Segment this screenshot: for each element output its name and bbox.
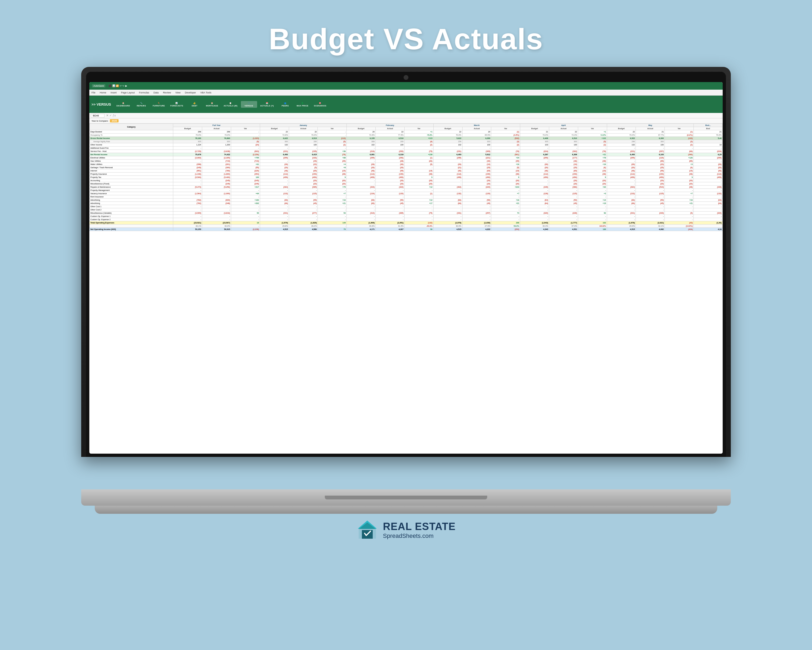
ribbon-maxprice[interactable]: 💲MAX PRICE [295,101,311,108]
label-repairs: Repairs & Maintenance [90,185,173,189]
row-accounting: Accounting -(245)(245) -(20)(20) -(20)(2… [90,179,723,182]
val: 21 [636,130,665,133]
val: 20 [347,130,376,133]
val: 6,408 [520,137,549,140]
label-property-tax: Property Tax [90,176,173,179]
val: 300 [636,140,665,143]
ribbon-scenarios[interactable]: 🎯SCENARIOS [312,101,328,108]
menu-insert[interactable]: Insert [111,91,117,94]
val: 22 [549,130,578,133]
val: 305 [173,140,202,143]
val: 6,510 [549,137,578,140]
budget-actuals-table: Category Full Year January February Marc… [89,124,723,231]
row-misc-variable: Miscellaneous (Variable) (3,909)(3,816)9… [90,211,723,215]
row-avg-nightly: Average Nightly Rate 305 300 (5) 300 295… [90,140,723,143]
label-vacancy: Vacancy Insurance [90,192,173,195]
laptop-mockup: AutoSave ⬛ 📊 🔁 ↩ ↪ ▶ File Home Insert Pa… [81,67,731,506]
row-advertising-2: Advertising (782)(348)+262 (66)(45)+21 (… [90,202,723,205]
val: 6,300 [636,137,665,140]
val: - [318,130,347,133]
brand-name: REAL ESTATE [383,521,456,532]
val: 78,183 [173,137,202,140]
val: +102 [578,137,607,140]
menu-pagelayout[interactable]: Page Layout [121,91,135,94]
ribbon-actuals-y[interactable]: 📅ACTUALS (Y) [258,101,276,108]
val: 21 [520,130,549,133]
val: 256 [202,130,231,133]
val: +315 [404,137,433,140]
val: 70.0% [694,133,723,137]
val: +1 [404,130,433,133]
ribbon-versus[interactable]: ⚖️VERSUS [241,101,257,108]
val: 256 [433,140,462,143]
label-custom-op-1: Custom Op. Expense 1 [90,215,173,218]
menu-developer[interactable]: Developer [185,91,196,94]
ribbon-actuals-m[interactable]: 📋ACTUALS (M) [221,101,240,108]
label-days-booked: Days Booked [90,130,173,133]
menu-formulas[interactable]: Formulas [139,91,150,94]
menu-home[interactable]: Home [100,91,106,94]
val: 22 [433,130,462,133]
val: 295 [289,140,318,143]
label-other-income: Other Income [90,143,173,147]
label-accounting: Accounting [90,179,173,182]
row-property-mgmt: Property Management --- --- --- --- --- … [90,189,723,192]
row-pct-expenses: 30.1%30.0%- 29.8%28.2%- 30.8%31.5%-40.0%… [90,225,723,228]
row-electrical: Electrical Utilities (3,060)(2,305)+755 … [90,156,723,159]
spreadsheet-area[interactable]: Category Full Year January February Marc… [89,124,723,454]
val: (122) [665,137,694,140]
year-compare-label: Year to Compare: [92,120,108,122]
val: 303 [462,140,491,143]
label-service-fee: Service Fee - Host [90,150,173,153]
ribbon-forecasts[interactable]: 📊FORECASTS [168,101,185,108]
ribbon-repairs[interactable]: 🔧REPAIRS [133,101,150,108]
month-headers-row: Category Full Year January February Marc… [90,124,723,127]
ribbon-dashboard[interactable]: 🏠DASHBOARD [114,101,132,108]
val: 22 [607,130,636,133]
row-noi: Net Operating Income (NOI) 53,15350,915(… [90,228,723,231]
row-repairs: Repairs & Maintenance (5,473)(5,256)+217… [90,185,723,189]
ribbon-mortgage[interactable]: 🏠MORTGAGE [204,101,220,108]
ribbon-debt[interactable]: 💰DEBT [186,101,203,108]
row-custom-op-2: Custom Op. Expense 2 --- --- --- --- ---… [90,218,723,221]
apr-actual: Actual [549,127,578,130]
val: (2.2%) [665,133,694,137]
ribbon-peers[interactable]: 👥PEERS [277,101,293,108]
april-header: April [520,124,607,127]
val: 305 [520,140,549,143]
june-header: Bud... [694,124,723,127]
row-other-cost-2: Other Cost 2 --- --- --- --- --- --- - [90,208,723,211]
menu-vba[interactable]: VBA Tools [200,91,211,94]
menu-review[interactable]: Review [163,91,171,94]
val: (112) [318,137,347,140]
val: 67.7% [636,133,665,137]
val: 21 [694,130,723,133]
jan-actual: Actual [289,127,318,130]
val [694,140,723,143]
year-tag: 2025 [110,119,119,122]
mar-budget: Budget [433,127,462,130]
row-additional-guest: Additional Guest Fee --- --- --- --- ---… [90,147,723,150]
row-gross-rental: Gross Rental Income 78,183 76,860 (1,323… [90,137,723,140]
fy-actual: Actual [202,127,231,130]
menu-data[interactable]: Data [153,91,159,94]
label-occupancy: Occupancy % [90,133,173,137]
cell-reference[interactable] [91,114,104,118]
full-year-header: Full Year [173,124,260,127]
menu-view[interactable]: View [176,91,180,94]
val: (532) [491,137,520,140]
category-header: Category [90,124,173,130]
val: (5) [318,140,347,143]
val: - [318,133,347,137]
row-advertising-1: Advertising (782)(600)+182 (66)(99)+16 (… [90,199,723,202]
val: +5.0% [404,133,433,137]
label-additional-guest: Additional Guest Fee [90,147,173,150]
laptop-hinge [325,496,487,499]
laptop-bottom [95,506,717,514]
label-gross-rental: Gross Rental Income [90,137,173,140]
ribbon-furniture[interactable]: 🪑FURNITURE [151,101,167,108]
val: 295 [376,140,404,143]
val: 72.6% [347,133,376,137]
menu-file[interactable]: File [92,91,96,94]
row-service-fee: Service Fee - Host (2,729)(3,638)(903) (… [90,150,723,153]
